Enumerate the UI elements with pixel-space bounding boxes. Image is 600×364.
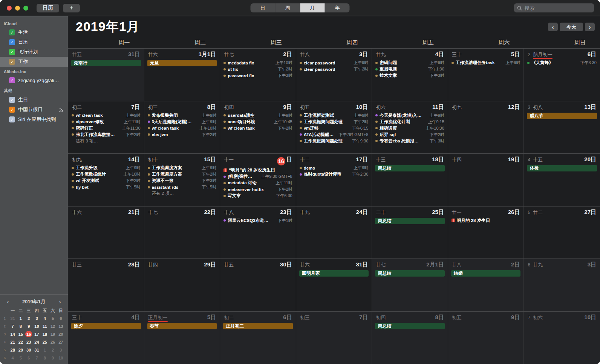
mini-day[interactable]: 26 xyxy=(49,339,56,345)
mini-day[interactable]: 2 xyxy=(25,315,32,321)
mini-day[interactable]: 20 xyxy=(57,331,64,337)
mini-day[interactable]: 30 xyxy=(25,347,32,353)
banner-event[interactable]: 周总结 xyxy=(375,165,445,171)
mini-next-month-button[interactable]: › xyxy=(57,299,63,305)
mini-day[interactable]: 11 xyxy=(41,323,48,329)
mini-day[interactable]: 27 xyxy=(57,339,64,345)
day-cell[interactable]: 廿四29日 xyxy=(144,259,220,311)
mini-day[interactable]: 16 xyxy=(25,331,32,337)
day-cell[interactable]: 十九24日 xyxy=(296,206,372,259)
event-item[interactable]: aone项目环境上午10:45 xyxy=(220,119,296,125)
close-window-button[interactable] xyxy=(7,6,12,11)
day-cell[interactable]: 三十5日工作流清理任务task上午9时 xyxy=(448,49,524,101)
day-cell[interactable]: 廿一26日明月的 28 岁生日 xyxy=(448,206,524,259)
banner-event[interactable]: 元旦 xyxy=(147,60,217,66)
mini-day[interactable]: 4 xyxy=(41,315,48,321)
event-item[interactable]: 工作流框架测试上午9时 xyxy=(296,113,372,118)
day-cell[interactable]: 十三18日周总结 xyxy=(372,154,448,206)
mini-day[interactable]: 4 xyxy=(9,355,16,361)
day-cell[interactable]: 3初八13日腊八节 xyxy=(524,101,600,154)
day-cell[interactable]: 十一16日“明月”的 28 岁农历生日[机密]弹性…上午9:30 GMT+8me… xyxy=(220,154,296,206)
day-cell[interactable]: 初六11日今天是秦隆(龙辎)入…上午9时工作流优化计划上午9:15精确调度上午1… xyxy=(372,101,448,154)
mini-day[interactable]: 15 xyxy=(17,331,24,337)
search-input[interactable] xyxy=(524,5,591,11)
event-item[interactable]: 后羿 sql下午2时 xyxy=(372,132,448,138)
event-item[interactable]: 3天后是秦隆(龙辎)…上午9时 xyxy=(144,119,220,125)
calendar-list-item[interactable]: ✓中国节假日 xyxy=(0,105,68,115)
event-item[interactable]: wf clean task上午10时 xyxy=(144,125,220,131)
event-item[interactable]: 技术文章下午3时 xyxy=(372,73,448,78)
event-item[interactable]: 密码问题上午9时 xyxy=(372,60,448,66)
banner-event[interactable]: 回明月家 xyxy=(299,270,369,277)
day-cell[interactable]: 初五9日 xyxy=(448,312,524,364)
mini-day[interactable]: 17 xyxy=(33,331,40,337)
prev-month-button[interactable]: ‹ xyxy=(548,23,558,31)
event-item[interactable]: wf clean task下午2时 xyxy=(220,125,296,131)
banner-event[interactable]: 周总结 xyxy=(375,270,445,277)
banner-event[interactable]: 正月初二 xyxy=(223,323,293,329)
day-cell[interactable]: 二十25日周总结 xyxy=(372,206,448,259)
day-cell[interactable]: 初二7日wf clean task上午9时vipserver修改上午11时密码订… xyxy=(68,101,144,154)
event-item[interactable]: 阿里云ECSQ3布道…下午1时 xyxy=(220,218,296,223)
minimize-window-button[interactable] xyxy=(15,6,20,11)
event-item[interactable]: vm迁移下午6:15 xyxy=(296,125,372,131)
search-field[interactable] xyxy=(514,3,594,12)
event-item[interactable]: demo上午9时 xyxy=(296,165,372,171)
event-item[interactable]: 张北工作流库数据…下午2时 xyxy=(68,132,144,138)
event-item[interactable]: [机密]弹性…上午9:30 GMT+8 xyxy=(220,174,296,179)
event-item[interactable]: 工作流调度方案上午9时 xyxy=(144,165,220,171)
zoom-window-button[interactable] xyxy=(23,6,28,11)
view-tab-日[interactable]: 日 xyxy=(251,3,276,12)
mini-day[interactable]: 29 xyxy=(17,347,24,353)
day-cell[interactable]: 十四19日 xyxy=(448,154,524,206)
calendar-list-item[interactable]: ✓飞行计划 xyxy=(0,47,68,57)
event-item[interactable]: 发布报警关闭上午9时 xyxy=(144,113,220,118)
event-item[interactable]: “明月”的 28 岁农历生日 xyxy=(220,167,296,173)
event-item[interactable]: assistant rds下午5时 xyxy=(144,184,220,190)
mini-day[interactable]: 18 xyxy=(41,331,48,337)
day-cell[interactable]: 初十15日工作流调度方案上午9时工作流调度方案下午2时资源不一致下午3时assi… xyxy=(144,154,220,206)
event-item[interactable]: metadata 讨论上午11时 xyxy=(220,180,296,186)
mini-day[interactable]: 3 xyxy=(57,347,64,353)
day-cell[interactable]: 5廿二27日 xyxy=(524,206,600,259)
day-cell[interactable]: 廿九4日密码问题上午9时重启电脑下午1:30技术文章下午3时 xyxy=(372,49,448,101)
day-cell[interactable]: 正月初一5日春节 xyxy=(144,312,220,364)
event-item[interactable]: metaserver hotfix下午2时 xyxy=(220,187,296,192)
day-cell[interactable]: 初四8日周总结 xyxy=(372,312,448,364)
mini-day[interactable]: 3 xyxy=(33,315,40,321)
event-item[interactable]: 《大黄蜂》下午3:30 xyxy=(524,60,600,66)
mini-day[interactable]: 28 xyxy=(9,347,16,353)
event-item[interactable]: 工作流优化计划上午9:15 xyxy=(372,119,448,125)
mini-day[interactable]: 24 xyxy=(33,339,40,345)
calendar-list-item[interactable]: ✓日历 xyxy=(0,37,68,47)
mini-day[interactable]: 14 xyxy=(9,331,16,337)
view-tab-月[interactable]: 月 xyxy=(300,3,325,12)
day-cell[interactable]: 初三8日发布报警关闭上午9时3天后是秦隆(龙辎)…上午9时wf clean ta… xyxy=(144,101,220,154)
mini-day[interactable]: 31 xyxy=(9,315,16,321)
mini-day[interactable]: 13 xyxy=(57,323,64,329)
event-item[interactable]: medadata fix上午10时 xyxy=(220,60,296,66)
mini-day[interactable]: 31 xyxy=(33,347,40,353)
event-item[interactable]: ut fix下午2时 xyxy=(220,66,296,72)
event-item[interactable]: 重启电脑下午1:30 xyxy=(372,66,448,72)
event-item[interactable]: 工作流框架问题处理下午9:30 xyxy=(296,138,372,144)
banner-event[interactable]: 结婚 xyxy=(451,270,521,277)
event-item[interactable]: 工作流升级上午9时 xyxy=(68,165,144,171)
mini-day[interactable]: 8 xyxy=(17,323,24,329)
event-item[interactable]: 临时quota设计评审下午2:30 xyxy=(296,171,372,177)
calendar-list-item[interactable]: ✓Siri 在应用中找到 xyxy=(0,115,68,124)
mini-day[interactable]: 1 xyxy=(41,347,48,353)
banner-event[interactable]: 春节 xyxy=(147,323,217,329)
calendar-checkbox[interactable]: ✓ xyxy=(9,107,15,113)
day-cell[interactable]: 初四9日userdata清空上午9时aone项目环境上午10:45wf clea… xyxy=(220,101,296,154)
event-item[interactable]: 今天是秦隆(龙辎)入…上午9时 xyxy=(372,113,448,118)
day-cell[interactable]: 廿六31日回明月家 xyxy=(296,259,372,311)
day-cell[interactable]: 廿八2日结婚 xyxy=(448,259,524,311)
event-item[interactable]: 写文章下午6:30 xyxy=(220,193,296,199)
mini-day[interactable]: 19 xyxy=(49,331,56,337)
mini-day[interactable]: 5 xyxy=(17,355,24,361)
day-cell[interactable]: 4十五20日体检 xyxy=(524,154,600,206)
view-tab-周[interactable]: 周 xyxy=(276,3,300,12)
day-cell[interactable]: 十七22日 xyxy=(144,206,220,259)
banner-event[interactable]: 腊八节 xyxy=(527,113,597,119)
